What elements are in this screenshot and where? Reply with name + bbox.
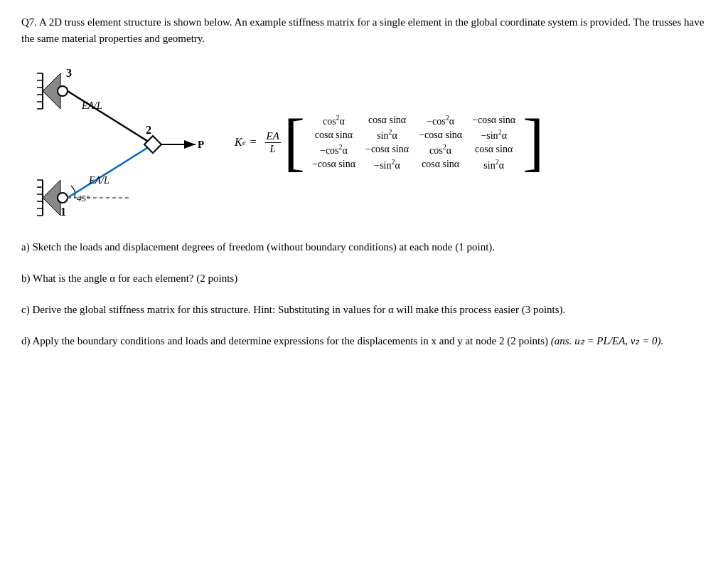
svg-text:EA/L: EA/L (88, 175, 109, 186)
matrix-equation: Ke = EA L [ cos2α cosα sinα −cos2α −cosα… (235, 110, 707, 176)
svg-text:EA/L: EA/L (81, 100, 102, 111)
part-c: c) Derive the global stiffness matrix fo… (21, 301, 707, 318)
truss-diagram: 3 1 45° (21, 59, 235, 226)
svg-text:1: 1 (60, 206, 66, 218)
svg-line-23 (68, 91, 153, 144)
part-d: d) Apply the boundary conditions and loa… (21, 332, 707, 349)
part-a: a) Sketch the loads and displacement deg… (21, 238, 707, 255)
svg-line-22 (68, 144, 153, 198)
svg-text:3: 3 (66, 67, 72, 79)
part-b: b) What is the angle α for each element?… (21, 270, 707, 287)
svg-marker-24 (144, 136, 161, 153)
svg-text:P: P (198, 139, 204, 150)
question-intro: Q7. A 2D truss element structure is show… (21, 14, 707, 46)
svg-point-8 (58, 86, 68, 96)
svg-text:2: 2 (146, 124, 151, 136)
svg-point-18 (58, 193, 68, 203)
